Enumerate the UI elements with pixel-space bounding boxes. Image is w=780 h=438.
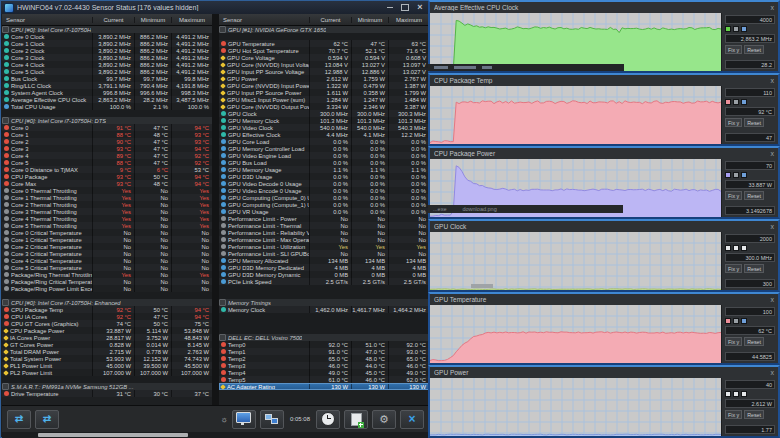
- color-swatch[interactable]: [741, 391, 747, 397]
- sensor-row[interactable]: Core 188 °C48 °C93 °C: [2, 131, 212, 138]
- graph-titlebar[interactable]: GPU Clockx: [430, 221, 778, 232]
- graph-titlebar[interactable]: GPU Powerx: [430, 367, 778, 378]
- sensor-row[interactable]: GPU Hot Spot Temperature70.7 °C52.1 °C71…: [219, 47, 429, 54]
- color-swatch[interactable]: [741, 99, 747, 105]
- column-header-minimum[interactable]: Minimum: [134, 17, 171, 23]
- sensor-row[interactable]: Total CPU Usage100.0 %2.1 %100.0 %: [2, 103, 212, 110]
- fix-y-button[interactable]: Fix y: [725, 410, 742, 419]
- axis-max-input[interactable]: 110: [725, 88, 775, 97]
- fix-y-button[interactable]: Fix y: [725, 45, 742, 54]
- sensor-row[interactable]: GPU Computing (Compute_1) Usage0.0 %0.0 …: [219, 201, 429, 208]
- section-header-row[interactable]: CPU [#0]: Intel Core i7-10750H: [2, 26, 212, 33]
- color-swatch[interactable]: [725, 172, 731, 178]
- column-header-maximum[interactable]: Maximum: [388, 17, 429, 23]
- graph-titlebar[interactable]: CPU Package Powerx: [430, 148, 778, 159]
- sensor-row[interactable]: Performance Limit - PowerNoNoNo: [219, 215, 429, 222]
- sensor-row[interactable]: Package/Ring Power Limit ExceededNoNoNo: [2, 285, 212, 292]
- color-swatch[interactable]: [725, 245, 731, 251]
- section-checkbox-icon[interactable]: [219, 26, 226, 33]
- sensor-row[interactable]: Core 5 Clock3,890.2 MHz886.2 MHz4,491.2 …: [2, 68, 212, 75]
- sensor-row[interactable]: GPU Video Engine Load0.0 %0.0 %0.0 %: [219, 152, 429, 159]
- section-header-row[interactable]: CPU [#0]: Intel Core i7-10750H: DTS: [2, 117, 212, 124]
- close-window-button[interactable]: ×: [414, 3, 426, 12]
- columns-expand-button[interactable]: ⇄: [35, 410, 59, 429]
- graph-close-icon[interactable]: x: [771, 150, 775, 157]
- sensor-row[interactable]: Core 4 Critical TemperatureNoNoNo: [2, 257, 212, 264]
- sensor-row[interactable]: Core 588 °C47 °C92 °C: [2, 159, 212, 166]
- sensor-row[interactable]: Core 489 °C47 °C92 °C: [2, 152, 212, 159]
- graph-close-icon[interactable]: x: [771, 296, 775, 303]
- color-swatch[interactable]: [725, 26, 731, 32]
- sensor-row[interactable]: GPU VR Usage0.0 %0.0 %0.0 %: [219, 208, 429, 215]
- axis-min-input[interactable]: 28.2: [725, 60, 775, 69]
- column-header-maximum[interactable]: Maximum: [171, 17, 212, 23]
- sensor-row[interactable]: Total System Power53.903 W12.152 W74.743…: [2, 355, 212, 362]
- sensor-row[interactable]: GPU Memory Controller Load0.0 %0.0 %0.0 …: [219, 145, 429, 152]
- graph-close-icon[interactable]: x: [771, 77, 775, 84]
- reset-button[interactable]: Reset: [744, 337, 764, 346]
- section-checkbox-icon[interactable]: [2, 383, 9, 390]
- sensor-row[interactable]: GPU Power2.612 W1.759 W2.767 W: [219, 75, 429, 82]
- column-header-sensor[interactable]: Sensor: [219, 17, 309, 23]
- sensor-row[interactable]: Average Effective CPU Clock2,863.2 MHz28…: [2, 96, 212, 103]
- monitoring-window-button[interactable]: [232, 410, 256, 429]
- sensor-row[interactable]: GT Cores Power0.828 W0.014 W8.145 W: [2, 341, 212, 348]
- column-header-current[interactable]: Current: [92, 17, 134, 23]
- axis-min-input[interactable]: 300: [725, 279, 775, 288]
- sensor-row[interactable]: GPU Input PP Source Power1.611 W0.358 W1…: [219, 89, 429, 96]
- sensor-row[interactable]: CPU Package Power33.887 W5.114 W53.848 W: [2, 327, 212, 334]
- axis-max-input[interactable]: 40: [725, 380, 775, 389]
- sensor-row[interactable]: GPU Video Clock540.0 MHz540.0 MHz540.3 M…: [219, 124, 429, 131]
- window-titlebar[interactable]: HWiNFO64 v7.02-4430 Sensor Status [176 v…: [1, 1, 429, 14]
- sensor-row[interactable]: GPU Temperature62 °C47 °C63 °C: [219, 40, 429, 47]
- sensor-row[interactable]: GPU Core (NVVDD) Output Power3.334 W2.34…: [219, 103, 429, 110]
- sensor-row[interactable]: Core 2 Critical TemperatureNoNoNo: [2, 243, 212, 250]
- sensor-row[interactable]: GPU Effective Clock4.4 MHz4.1 MHz12.2 MH…: [219, 131, 429, 138]
- sensor-row[interactable]: PL1 Power Limit45.000 W39.500 W45.500 W: [2, 362, 212, 369]
- sensor-row[interactable]: GPU Bus Load0.0 %0.0 %0.0 %: [219, 159, 429, 166]
- section-header-row[interactable]: Memory Timings: [219, 299, 429, 306]
- sensor-row[interactable]: Core 5 Thermal ThrottlingYesNoYes: [2, 222, 212, 229]
- section-header-row[interactable]: GPU [#1]: NVIDIA GeForce GTX 1650: [219, 26, 429, 33]
- sensor-row[interactable]: Package/Ring Critical TemperatureNoNoNo: [2, 278, 212, 285]
- sensor-row[interactable]: GPU Core Voltage0.594 V0.594 V0.608 V: [219, 54, 429, 61]
- axis-max-input[interactable]: 2000: [725, 234, 775, 243]
- sensor-row[interactable]: Core Max93 °C48 °C94 °C: [2, 180, 212, 187]
- color-swatch[interactable]: [733, 318, 739, 324]
- sensor-row[interactable]: GPU Computing (Compute_0) Usage0.0 %0.0 …: [219, 194, 429, 201]
- close-sensors-button[interactable]: ×: [400, 410, 424, 429]
- color-swatch[interactable]: [733, 99, 739, 105]
- sensor-row[interactable]: Performance Limit - UtilizationYesYesYes: [219, 243, 429, 250]
- sensor-row[interactable]: GPU D3D Usage0.0 %0.0 %0.0 %: [219, 173, 429, 180]
- graph-close-icon[interactable]: x: [771, 4, 775, 11]
- section-checkbox-icon[interactable]: [219, 299, 226, 306]
- graph-close-icon[interactable]: x: [771, 369, 775, 376]
- sensor-row[interactable]: Core 1 Clock3,890.2 MHz886.2 MHz4,491.2 …: [2, 40, 212, 47]
- report-log-button[interactable]: [344, 410, 368, 429]
- sensor-row[interactable]: Core 5 Critical TemperatureNoNoNo: [2, 264, 212, 271]
- sensor-row[interactable]: GPU Core (NVVDD) Input Power1.322 W0.479…: [219, 82, 429, 89]
- color-swatch[interactable]: [733, 26, 739, 32]
- section-checkbox-icon[interactable]: [2, 299, 9, 306]
- sensor-row[interactable]: GPU Video Decode 0 Usage0.0 %0.0 %0.0 %: [219, 180, 429, 187]
- sensor-row[interactable]: Drive Temperature31 °C30 °C37 °C: [2, 390, 212, 397]
- axis-min-input[interactable]: 47: [725, 133, 775, 142]
- scrollbar-thumb[interactable]: [38, 433, 188, 437]
- sensor-row[interactable]: GPU Clock300.0 MHz300.0 MHz300.3 MHz: [219, 110, 429, 117]
- sensor-row[interactable]: GPU Core Load0.0 %0.0 %0.0 %: [219, 138, 429, 145]
- color-swatch[interactable]: [741, 172, 747, 178]
- color-swatch[interactable]: [741, 245, 747, 251]
- sensor-row[interactable]: AC Adapter Rating130 W130 W130 W: [219, 383, 429, 390]
- sensor-row[interactable]: PL2 Power Limit107.000 W107.000 W107.000…: [2, 369, 212, 376]
- sensor-row[interactable]: GPU Input PP Source Voltage12.988 V12.88…: [219, 68, 429, 75]
- color-swatch[interactable]: [725, 391, 731, 397]
- sensor-row[interactable]: Ring/LLC Clock3,791.1 MHz790.4 MHz4,191.…: [2, 82, 212, 89]
- sensor-row[interactable]: Core 3 Clock3,890.2 MHz886.2 MHz4,491.2 …: [2, 54, 212, 61]
- reset-button[interactable]: Reset: [744, 191, 764, 200]
- minimize-button[interactable]: [384, 3, 396, 12]
- color-swatch[interactable]: [733, 245, 739, 251]
- section-header-row[interactable]: DELL EC: DELL Vostro 7500: [219, 334, 429, 341]
- sensor-row[interactable]: Core 1 Critical TemperatureNoNoNo: [2, 236, 212, 243]
- horizontal-scrollbar[interactable]: [2, 432, 429, 438]
- color-swatch[interactable]: [741, 318, 747, 324]
